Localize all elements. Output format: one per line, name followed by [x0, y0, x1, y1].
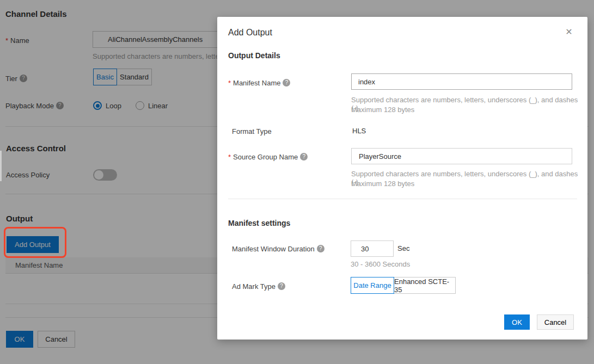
manifest-name-label: Manifest Name: [233, 79, 280, 87]
annotation-highlight: [4, 227, 66, 258]
window-duration-hint: 30 - 3600 Seconds: [351, 260, 410, 268]
add-output-modal: Add Output ✕ Output Details * Manifest N…: [217, 17, 587, 340]
source-group-name-label-row: * Source Group Name ?: [228, 152, 308, 161]
manifest-name-help-2: Maximum 128 bytes: [351, 106, 414, 114]
manifest-name-help-icon[interactable]: ?: [283, 79, 290, 87]
screen: Channel Details * Name Supported charact…: [0, 0, 594, 364]
required-marker: *: [228, 153, 231, 161]
output-details-heading: Output Details: [228, 51, 280, 60]
ad-mark-type-label: Ad Mark Type: [232, 282, 275, 291]
page-edge-strip: [0, 151, 2, 181]
format-type-value: HLS: [352, 127, 366, 135]
required-marker: *: [228, 79, 231, 87]
ad-mark-type-help-icon[interactable]: ?: [278, 282, 285, 290]
manifest-settings-heading: Manifest settings: [228, 219, 290, 227]
source-group-help-2: Maximum 128 bytes: [351, 180, 414, 188]
ad-mark-type-label-row: Ad Mark Type ?: [228, 282, 285, 291]
window-duration-help-icon[interactable]: ?: [317, 245, 324, 252]
source-group-name-label: Source Group Name: [233, 153, 298, 161]
window-duration-label: Manifest Window Duration: [232, 245, 315, 253]
modal-ok-button[interactable]: OK: [504, 314, 530, 330]
modal-title: Add Output: [228, 28, 272, 38]
format-type-label: Format Type: [232, 127, 272, 135]
ad-mark-option-date-range[interactable]: Date Range: [351, 277, 394, 294]
manifest-name-input[interactable]: [351, 73, 572, 90]
modal-section-divider: [228, 199, 577, 199]
source-group-name-input[interactable]: [351, 148, 572, 164]
window-duration-unit: Sec: [397, 244, 409, 252]
window-duration-label-row: Manifest Window Duration ?: [228, 244, 324, 253]
source-group-name-help-icon[interactable]: ?: [300, 153, 308, 161]
manifest-name-label-row: * Manifest Name ?: [228, 78, 290, 87]
ad-mark-option-enhanced-scte35[interactable]: Enhanced SCTE-35: [394, 277, 456, 294]
close-icon[interactable]: ✕: [562, 25, 575, 38]
modal-cancel-button[interactable]: Cancel: [537, 314, 574, 330]
window-duration-input[interactable]: [351, 240, 394, 257]
ad-mark-type-segmented-control: Date Range Enhanced SCTE-35: [351, 277, 456, 294]
format-type-label-row: Format Type: [228, 127, 272, 135]
